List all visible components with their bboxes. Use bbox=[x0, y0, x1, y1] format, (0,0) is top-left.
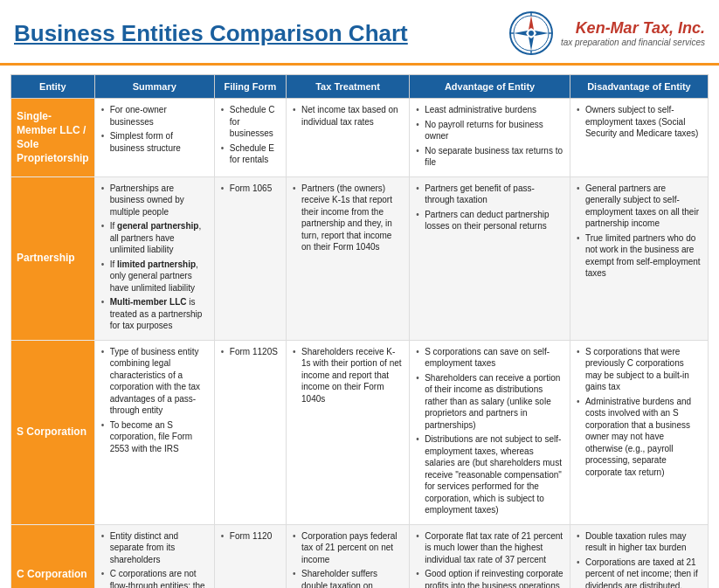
entity-name-cell: Single-Member LLC / Sole Proprietorship bbox=[11, 99, 95, 177]
filing-cell: Form 1120 bbox=[214, 524, 286, 588]
summary-cell: For one-owner businessesSimplest form of… bbox=[94, 99, 214, 177]
comparison-table: Entity Summary Filing Form Tax Treatment… bbox=[10, 74, 709, 588]
entity-name-cell: C Corporation bbox=[11, 524, 95, 588]
col-summary: Summary bbox=[94, 75, 214, 99]
svg-marker-3 bbox=[529, 37, 534, 51]
svg-marker-2 bbox=[529, 16, 534, 30]
entity-name-cell: Partnership bbox=[11, 176, 95, 340]
filing-cell: Schedule C for businessesSchedule E for … bbox=[214, 99, 286, 177]
tax-cell: Net income tax based on individual tax r… bbox=[287, 99, 410, 177]
logo-area: Ken-Mar Tax, Inc. tax preparation and fi… bbox=[508, 10, 705, 56]
col-filing: Filing Form bbox=[214, 75, 286, 99]
tax-cell: Partners (the owners) receive K-1s that … bbox=[287, 176, 410, 340]
advantage-cell: S corporations can save on self-employme… bbox=[410, 340, 570, 524]
logo-text: Ken-Mar Tax, Inc. tax preparation and fi… bbox=[561, 19, 705, 47]
comparison-table-section: Entity Summary Filing Form Tax Treatment… bbox=[0, 66, 719, 588]
disadvantage-cell: S corporations that were previously C co… bbox=[570, 340, 708, 524]
table-row: C CorporationEntity distinct and separat… bbox=[11, 524, 709, 588]
disadvantage-cell: Double taxation rules may result in high… bbox=[570, 524, 708, 588]
filing-cell: Form 1065 bbox=[214, 176, 286, 340]
table-row: Single-Member LLC / Sole ProprietorshipF… bbox=[11, 99, 709, 177]
table-header-row: Entity Summary Filing Form Tax Treatment… bbox=[11, 75, 709, 99]
col-entity: Entity bbox=[11, 75, 95, 99]
disadvantage-cell: Owners subject to self-employment taxes … bbox=[570, 99, 708, 177]
advantage-cell: Least administrative burdensNo payroll r… bbox=[410, 99, 570, 177]
col-disadvantage: Disadvantage of Entity bbox=[570, 75, 708, 99]
tax-cell: Corporation pays federal tax of 21 perce… bbox=[287, 524, 410, 588]
table-row: PartnershipPartnerships are business own… bbox=[11, 176, 709, 340]
page-header: Business Entities Comparison Chart Ken-M… bbox=[0, 0, 719, 66]
summary-cell: Partnerships are business owned by multi… bbox=[94, 176, 214, 340]
compass-icon bbox=[508, 10, 554, 56]
summary-cell: Type of business entity combining legal … bbox=[94, 340, 214, 524]
entity-name-cell: S Corporation bbox=[11, 340, 95, 524]
col-advantage: Advantage of Entity bbox=[410, 75, 570, 99]
table-row: S CorporationType of business entity com… bbox=[11, 340, 709, 524]
filing-cell: Form 1120S bbox=[214, 340, 286, 524]
svg-marker-5 bbox=[535, 31, 549, 36]
svg-point-6 bbox=[529, 31, 534, 36]
advantage-cell: Corporate flat tax rate of 21 percent is… bbox=[410, 524, 570, 588]
advantage-cell: Partners get benefit of pass-through tax… bbox=[410, 176, 570, 340]
logo-name: Ken-Mar Tax, Inc. bbox=[561, 19, 705, 38]
col-tax: Tax Treatment bbox=[287, 75, 410, 99]
page-title: Business Entities Comparison Chart bbox=[14, 20, 508, 47]
summary-cell: Entity distinct and separate from its sh… bbox=[94, 524, 214, 588]
tax-cell: Shareholders receive K-1s with their por… bbox=[287, 340, 410, 524]
svg-marker-4 bbox=[514, 31, 528, 36]
disadvantage-cell: General partners are generally subject t… bbox=[570, 176, 708, 340]
logo-sub: tax preparation and financial services bbox=[561, 38, 705, 47]
